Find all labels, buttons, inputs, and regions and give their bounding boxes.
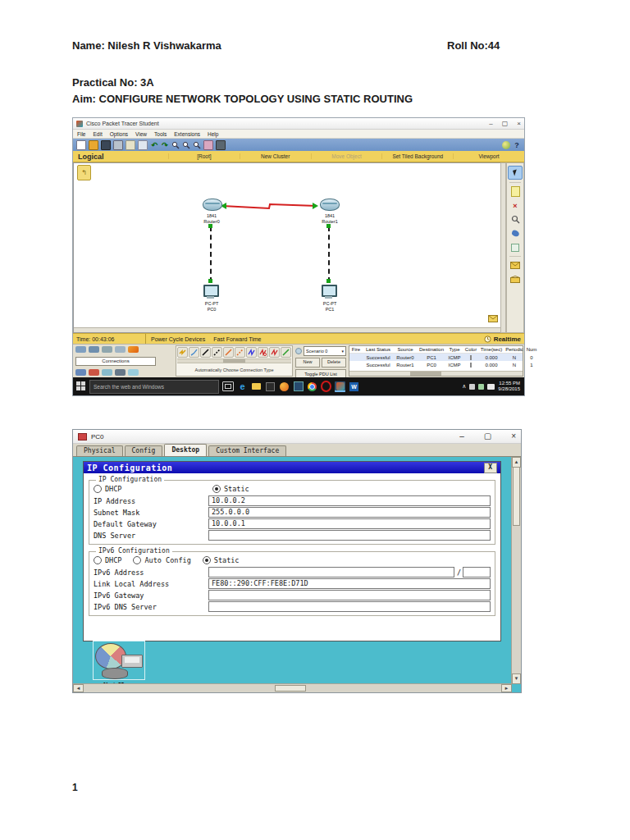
zoom-reset-icon[interactable] xyxy=(182,141,190,149)
volume-icon[interactable] xyxy=(478,384,484,390)
new-cluster-button[interactable]: New Cluster xyxy=(240,153,311,159)
desktop-vertical-scrollbar[interactable]: ▲ ▼ xyxy=(511,457,521,684)
tab-desktop[interactable]: Desktop xyxy=(164,444,207,456)
pdu-row[interactable]: Successful Router0 PC1 ICMP 0.000 N 0 xyxy=(349,354,523,361)
ip-dialog-close-button[interactable]: X xyxy=(484,463,497,473)
fiber-icon[interactable] xyxy=(223,347,234,358)
delete-tool-icon[interactable]: × xyxy=(509,199,522,212)
static-radio[interactable] xyxy=(212,485,221,493)
menu-view[interactable]: View xyxy=(135,131,147,137)
close-button[interactable]: × xyxy=(511,433,516,440)
canvas-horizontal-scrollbar[interactable] xyxy=(74,327,500,332)
save-icon[interactable] xyxy=(101,140,111,150)
select-tool-icon[interactable] xyxy=(508,166,523,180)
menu-extensions[interactable]: Extensions xyxy=(174,131,200,137)
coaxial-icon[interactable] xyxy=(246,347,257,358)
tray-expand-icon[interactable]: ∧ xyxy=(462,383,466,390)
zoom-in-icon[interactable] xyxy=(171,141,180,149)
store-icon[interactable] xyxy=(265,381,276,392)
ipv6-address-field[interactable] xyxy=(208,567,454,578)
routers-category-icon[interactable] xyxy=(75,346,86,353)
action-center-icon[interactable] xyxy=(487,384,495,390)
scenario-select[interactable]: Scenario 0▾ xyxy=(304,346,346,356)
copper-straight-icon[interactable] xyxy=(200,347,211,358)
pc0-device[interactable] xyxy=(203,285,219,297)
serial-dce-icon[interactable] xyxy=(258,347,268,358)
scenario-delete-button[interactable]: Delete xyxy=(322,358,346,368)
tab-custom-interface[interactable]: Custom Interface xyxy=(208,445,286,456)
packet-tracer-taskbar-icon[interactable] xyxy=(335,381,345,392)
power-cycle-button[interactable]: Power Cycle Devices xyxy=(151,336,205,342)
wan-category-icon[interactable] xyxy=(102,369,112,376)
firefox-icon[interactable] xyxy=(279,381,290,392)
link-local-field[interactable]: FE80::290:CFF:FE8E:D71D xyxy=(208,578,491,589)
subnet-mask-field[interactable]: 255.0.0.0 xyxy=(208,507,491,518)
opera-icon[interactable] xyxy=(321,381,331,392)
paste-icon[interactable] xyxy=(138,140,148,150)
ipv6-dns-field[interactable] xyxy=(208,601,491,612)
multiuser-category-icon[interactable] xyxy=(128,369,139,376)
switches-category-icon[interactable] xyxy=(89,346,99,353)
router0-device[interactable] xyxy=(203,199,222,211)
add-complex-pdu-icon[interactable] xyxy=(509,273,522,285)
fast-forward-button[interactable]: Fast Forward Time xyxy=(213,336,261,342)
scenario-new-button[interactable]: New xyxy=(295,358,320,368)
connection-strip-scrollbar[interactable] xyxy=(177,358,291,363)
minimize-button[interactable]: – xyxy=(489,121,492,127)
add-simple-pdu-icon[interactable] xyxy=(509,259,522,272)
ip-address-field[interactable]: 10.0.0.2 xyxy=(208,495,491,506)
dhcp-radio[interactable] xyxy=(94,485,102,493)
auto-connection-icon[interactable] xyxy=(177,347,188,358)
new-file-icon[interactable] xyxy=(76,140,86,150)
menu-edit[interactable]: Edit xyxy=(93,131,102,137)
minimize-button[interactable]: – xyxy=(459,433,464,440)
netflow-app[interactable]: Netflow xyxy=(84,641,153,690)
zoom-out-icon[interactable] xyxy=(193,141,201,149)
resize-shape-icon[interactable] xyxy=(509,241,522,253)
phone-cable-icon[interactable] xyxy=(235,347,245,358)
start-button[interactable] xyxy=(76,381,86,391)
task-view-icon[interactable] xyxy=(222,381,234,391)
ipv6-gateway-field[interactable] xyxy=(208,590,491,600)
event-envelope-icon[interactable] xyxy=(488,311,498,326)
ipv6-prefix-field[interactable] xyxy=(463,567,491,578)
taskbar-search-input[interactable]: Search the web and Windows xyxy=(89,380,219,394)
redo-icon[interactable]: ↷ xyxy=(161,141,169,149)
edge-icon[interactable]: e xyxy=(237,381,248,392)
topology-canvas[interactable]: ↰ 1841Router0 1841Router1 xyxy=(73,162,500,333)
undo-icon[interactable]: ↶ xyxy=(150,141,158,149)
set-tiled-background-button[interactable]: Set Tiled Background xyxy=(381,153,453,159)
menu-tools[interactable]: Tools xyxy=(154,131,167,137)
custom-devices-icon[interactable] xyxy=(216,140,226,150)
menu-file[interactable]: File xyxy=(77,131,85,137)
end-devices-category-icon[interactable] xyxy=(75,369,86,376)
custom-category-icon[interactable] xyxy=(115,369,126,376)
palette-icon[interactable] xyxy=(203,140,213,150)
octal-cable-icon[interactable] xyxy=(281,347,291,358)
ipv6-dhcp-radio[interactable] xyxy=(94,556,102,564)
tab-physical[interactable]: Physical xyxy=(76,445,123,456)
connections-category-icon[interactable] xyxy=(128,346,139,353)
wireless-category-icon[interactable] xyxy=(115,346,126,353)
desktop-horizontal-scrollbar[interactable]: ◄ ► xyxy=(73,683,512,692)
router1-device[interactable] xyxy=(320,199,340,211)
viewport-button[interactable]: Viewport xyxy=(453,153,524,159)
ipv6-auto-config-radio[interactable] xyxy=(133,556,141,564)
default-gateway-field[interactable]: 10.0.0.1 xyxy=(208,518,491,529)
file-explorer-icon[interactable] xyxy=(251,381,262,392)
canvas-vertical-scrollbar[interactable] xyxy=(500,162,506,333)
serial-dte-icon[interactable] xyxy=(269,347,280,358)
photos-icon[interactable] xyxy=(293,381,304,392)
realtime-mode-toggle[interactable]: Realtime xyxy=(484,336,524,343)
close-button[interactable]: × xyxy=(517,121,521,127)
menu-help[interactable]: Help xyxy=(208,131,218,137)
taskbar-clock[interactable]: 12:55 PM9/28/2015 xyxy=(498,381,520,392)
emulation-category-icon[interactable] xyxy=(89,369,99,376)
console-cable-icon[interactable] xyxy=(189,347,199,358)
print-icon[interactable] xyxy=(113,140,123,150)
tab-config[interactable]: Config xyxy=(125,445,163,456)
copy-icon[interactable] xyxy=(126,140,135,150)
help-icon[interactable]: ? xyxy=(513,141,521,149)
network-icon[interactable] xyxy=(469,384,475,390)
pdu-row[interactable]: Successful Router1 PC0 ICMP 0.000 N 1 xyxy=(349,361,523,368)
